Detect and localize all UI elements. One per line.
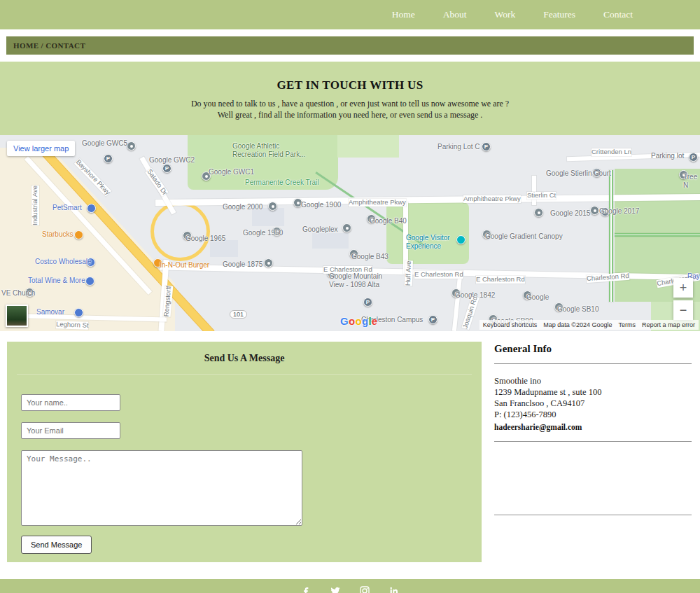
map-label: Crittenden Ln [592,148,631,156]
send-message-button[interactable]: Send Message [21,536,92,554]
map-label: Google B43 [351,253,388,261]
breadcrumb-wrap: HOME / CONTACT [0,29,700,62]
contact-email[interactable]: hadeersharie@gmail.com [494,423,692,431]
facebook-icon[interactable] [300,585,312,593]
street-view-thumbnail[interactable] [6,305,28,327]
map-marker-P-pin[interactable]: P [482,142,491,151]
nav-item-home[interactable]: Home [392,9,415,20]
message-textarea[interactable] [21,450,302,526]
map-attribution-map-data-2024-google[interactable]: Map data ©2024 Google [543,321,612,328]
info-divider [494,515,692,515]
map-marker-blue-pin[interactable] [87,204,96,213]
map-label: 101 [230,310,247,319]
map-road-bike-lane [615,233,700,237]
map-marker-blue-pin[interactable] [85,277,94,286]
map-marker-P-pin[interactable]: P [363,298,372,307]
form-title: Send Us A Message [15,353,473,364]
map-label: Industrial Ave [31,186,39,225]
map-label: Parking lot [651,152,684,160]
nav-item-contact[interactable]: Contact [603,9,633,20]
map-label: Permanente Creek Trail [245,179,319,187]
zoom-controls: + − [673,278,693,323]
map-label: Amphitheatre Pkwy [349,199,406,207]
map-label: Google 1900 [301,201,341,209]
breadcrumb-bar: HOME / CONTACT [6,36,694,55]
map-label: Google Visitor Experience [406,234,450,250]
general-info-lines: Smoothie ino1239 Madupname st , sute 100… [494,375,692,420]
map-marker-pin-pin[interactable] [264,258,273,267]
map-label: Google 1875 [223,260,262,269]
message-form-panel: Send Us A Message Send Message [7,342,482,562]
map-label: Tree N [683,173,700,189]
map-road [532,176,536,205]
instagram-icon[interactable] [359,585,370,593]
map-label: Parking Lot C [438,143,480,151]
map-marker-blue-pin[interactable] [74,308,83,317]
map-label: Amphitheatre Pkwy [463,195,521,203]
zoom-out-button[interactable]: − [673,300,693,320]
map-marker-pin-pin[interactable] [534,208,543,217]
map-label: Joaquin Rd [461,295,479,330]
map-label: E Charleston Rd [476,276,525,284]
map-label: Google GWC1 [209,168,254,176]
map-attribution-report-a-map-error[interactable]: Report a map error [642,321,695,328]
map-highway-ramp [150,202,210,261]
google-map-embed[interactable]: PPPPPPPP Google GWC5Google GWC2Google GW… [0,135,700,331]
map-label: Samovar [36,308,64,316]
nav-item-work[interactable]: Work [495,9,516,20]
nav-item-about[interactable]: About [443,9,467,20]
map-marker-teal-pin[interactable] [456,235,465,244]
map-marker-P-pin[interactable]: P [689,153,698,162]
map-label: Google SB10 [557,305,599,314]
map-label: PetSmart [52,204,82,212]
footer-social-bar [0,579,700,593]
twitter-icon[interactable] [330,585,341,593]
nav-item-features[interactable]: Features [543,9,575,20]
map-label: Google GWC2 [149,156,195,165]
map-label: Google 1965 [186,235,225,243]
map-attribution-keyboard-shortcuts[interactable]: Keyboard shortcuts [483,321,538,328]
general-info-line: 1239 Madupname st , sute 100 [494,386,692,398]
map-marker-P-pin[interactable]: P [104,154,113,163]
map-label: Google GWC5 [82,139,127,148]
map-label: Google Stierlin Court [546,169,611,178]
google-watermark-letter: g [362,315,368,327]
map-label: Google Athletic Recreation Field Park... [232,142,306,158]
google-watermark-letter: e [372,315,378,327]
nav-list: HomeAboutWorkFeaturesContact [392,9,633,20]
map-attribution-terms[interactable]: Terms [618,321,636,328]
general-info-line: P: (123)456-7890 [494,409,692,420]
google-watermark[interactable]: Google [340,315,378,327]
general-info-title: General Info [494,343,692,355]
map-label: Google Mountain View - 1098 Alta [329,272,382,288]
map-label: E Charleston Rd [414,271,463,279]
map-attribution: Keyboard shortcutsMap data ©2024 GoogleT… [479,320,699,330]
hero-subtitle-line: Well great , find all the information yo… [0,109,700,120]
map-label: Google 2017 [599,207,639,216]
map-building [312,233,349,249]
map-marker-P-pin[interactable]: P [162,164,172,173]
breadcrumb: HOME / CONTACT [13,41,85,50]
info-divider [494,363,692,364]
map-label: Costco Wholesale [35,258,92,266]
map-marker-P-pin[interactable]: P [428,315,438,324]
view-larger-map-link[interactable]: View larger map [7,141,75,156]
general-info-line: San Franclsoo , CA94107 [494,398,692,409]
map-road [452,275,462,331]
map-marker-pin-pin[interactable] [127,141,136,151]
map-building [210,240,238,257]
map-label: Leghorn St [56,321,89,330]
general-info-panel: General Info Smoothie ino1239 Madupname … [494,342,692,562]
email-input[interactable] [21,422,120,439]
map-marker-pin-pin[interactable] [590,206,599,215]
contact-content: Send Us A Message Send Message General I… [0,331,700,571]
map-marker-orange-pin[interactable] [74,230,83,239]
map-label: Google 2000 [223,203,262,211]
hero-lines: Do you need to talk to us , have a quest… [0,98,700,120]
linkedin-icon[interactable] [388,585,400,593]
zoom-in-button[interactable]: + [673,278,693,298]
info-spacer [494,442,692,515]
name-input[interactable] [21,394,120,411]
map-marker-pin-pin[interactable] [342,223,351,232]
map-marker-pin-pin[interactable] [268,202,277,211]
